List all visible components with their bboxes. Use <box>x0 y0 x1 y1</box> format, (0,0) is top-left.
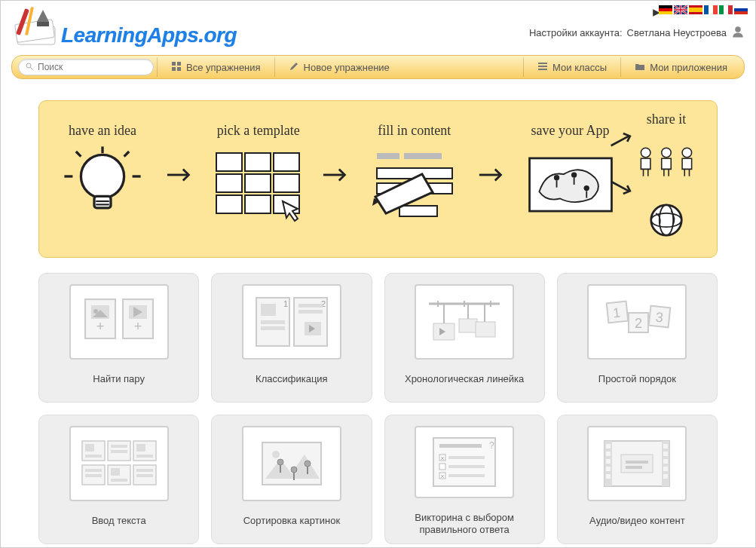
account-settings-link[interactable]: Настройки аккаунта: Светлана Неустроева <box>529 25 745 41</box>
svg-rect-96 <box>261 320 285 324</box>
flag-fr-icon[interactable] <box>704 4 718 17</box>
svg-rect-14 <box>734 8 748 11</box>
svg-rect-27 <box>172 67 176 71</box>
nav-my-apps[interactable]: Мои приложения <box>624 56 738 78</box>
globe-icon <box>649 203 684 240</box>
svg-text:1: 1 <box>283 299 288 308</box>
template-card-image-sort[interactable]: Сортировка картинок <box>211 415 372 544</box>
nav-label: Все упражнения <box>186 62 261 73</box>
logo-icon <box>11 5 64 47</box>
pencil-icon <box>289 61 299 74</box>
svg-text:?: ? <box>489 440 494 451</box>
svg-rect-15 <box>734 11 748 14</box>
svg-rect-7 <box>704 5 709 14</box>
svg-rect-21 <box>37 22 49 26</box>
card-label: Викторина с выбором правильного ответа <box>393 512 537 537</box>
svg-text:x: x <box>441 473 444 479</box>
svg-marker-20 <box>37 10 49 22</box>
svg-rect-57 <box>399 206 437 216</box>
svg-rect-12 <box>728 5 733 14</box>
card-label: Классификация <box>256 373 328 385</box>
card-label: Простой порядок <box>598 373 676 385</box>
main-navbar: Все упражнения Новое упражнение Мои клас… <box>11 55 745 79</box>
search-input-wrap[interactable] <box>18 59 154 75</box>
svg-rect-148 <box>439 444 482 448</box>
flag-pointer-icon <box>650 7 657 14</box>
card-preview-icon: + + <box>69 284 169 360</box>
app-map-icon <box>525 143 616 229</box>
svg-rect-30 <box>538 66 547 67</box>
svg-rect-95 <box>261 304 276 316</box>
svg-text:+: + <box>133 319 142 334</box>
svg-rect-135 <box>136 469 153 472</box>
svg-rect-6 <box>689 8 702 12</box>
template-card-text-input[interactable]: Ввод текста <box>38 415 199 544</box>
svg-rect-169 <box>663 467 668 471</box>
search-input[interactable] <box>38 62 147 72</box>
site-title[interactable]: LearningApps.org <box>61 23 237 47</box>
svg-rect-111 <box>459 319 477 332</box>
svg-rect-165 <box>606 474 611 479</box>
nav-my-classes[interactable]: Мои классы <box>527 56 617 78</box>
flag-en-icon[interactable] <box>674 4 687 17</box>
flag-de-icon[interactable] <box>659 4 672 17</box>
nav-label: Новое упражнение <box>304 62 390 73</box>
arrow-right-icon <box>166 164 194 189</box>
svg-rect-49 <box>245 195 271 213</box>
svg-point-72 <box>662 148 672 158</box>
workflow-step4-label: save your App <box>531 123 610 139</box>
svg-rect-54 <box>404 153 442 159</box>
template-card-quiz[interactable]: ? x x Викторина с выбором правильного от… <box>384 415 545 544</box>
svg-rect-163 <box>606 459 611 464</box>
svg-rect-125 <box>85 444 94 452</box>
card-preview-icon <box>587 426 687 501</box>
svg-rect-157 <box>448 474 485 477</box>
svg-rect-161 <box>606 444 611 449</box>
svg-point-64 <box>571 172 576 177</box>
svg-rect-45 <box>216 174 242 192</box>
lightbulb-icon <box>57 143 148 229</box>
account-prefix: Настройки аккаунта: <box>529 27 623 38</box>
flag-it-icon[interactable] <box>719 4 733 17</box>
svg-line-68 <box>611 136 629 146</box>
svg-rect-166 <box>663 444 668 449</box>
svg-rect-173 <box>626 466 642 469</box>
svg-point-62 <box>553 175 559 180</box>
nav-new-exercise[interactable]: Новое упражнение <box>278 56 400 78</box>
card-preview-icon <box>242 426 341 501</box>
template-card-classification[interactable]: 12 Классификация <box>211 273 372 403</box>
svg-rect-3 <box>659 11 672 14</box>
svg-rect-128 <box>111 450 127 453</box>
people-icon <box>634 145 699 182</box>
svg-rect-98 <box>298 304 323 308</box>
svg-point-23 <box>26 63 31 68</box>
flag-es-icon[interactable] <box>689 4 702 17</box>
card-preview-icon <box>415 284 514 360</box>
svg-rect-28 <box>177 67 181 71</box>
svg-point-140 <box>272 451 280 458</box>
card-label: Ввод текста <box>92 515 146 527</box>
template-card-audio-video[interactable]: Аудио/видео контент <box>557 415 718 544</box>
svg-point-66 <box>583 185 589 191</box>
svg-rect-46 <box>245 174 271 192</box>
svg-point-75 <box>682 148 692 158</box>
svg-rect-154 <box>448 465 485 468</box>
workflow-step2-label: pick a template <box>217 123 300 139</box>
arrow-down-right-icon <box>608 179 635 198</box>
nav-all-exercises[interactable]: Все упражнения <box>161 56 271 78</box>
nav-label: Мои классы <box>552 62 607 73</box>
template-card-timeline[interactable]: Хронологическая линейка <box>384 273 545 403</box>
svg-point-141 <box>277 459 283 465</box>
flag-ru-icon[interactable] <box>734 4 748 17</box>
svg-rect-48 <box>216 195 242 213</box>
card-label: Найти пару <box>93 373 145 385</box>
template-card-simple-order[interactable]: 1 2 3 Простой порядок <box>557 273 718 403</box>
svg-point-32 <box>81 155 124 197</box>
svg-rect-97 <box>261 326 285 330</box>
template-card-find-pair[interactable]: + + Найти пару <box>38 273 199 403</box>
svg-line-39 <box>76 152 81 157</box>
svg-rect-131 <box>85 469 102 472</box>
svg-rect-132 <box>85 474 102 477</box>
svg-rect-136 <box>136 474 153 477</box>
search-icon <box>25 60 34 74</box>
